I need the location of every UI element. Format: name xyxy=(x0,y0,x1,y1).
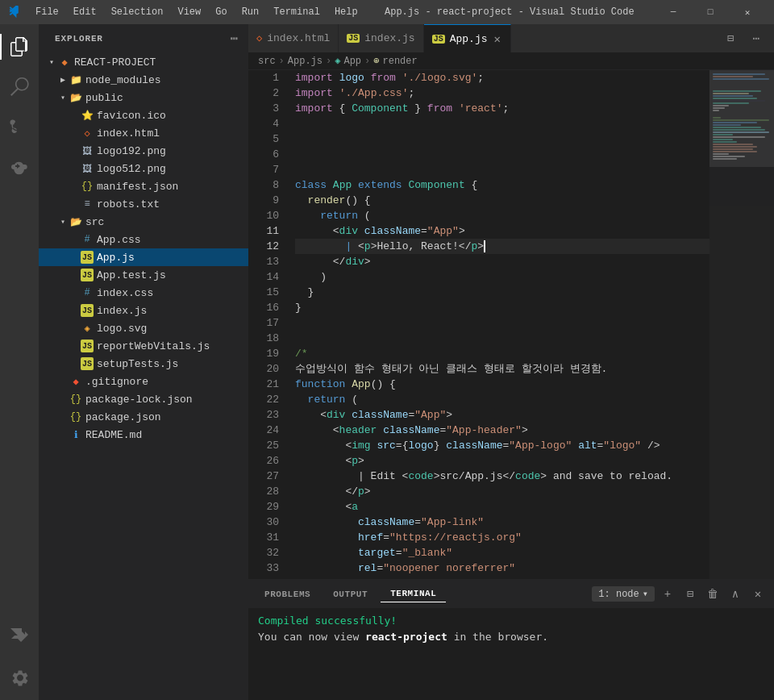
sidebar-item-gitignore[interactable]: ▶ ◆ .gitignore xyxy=(39,373,248,390)
code-line-14: ) xyxy=(295,269,710,285)
bc-app-js[interactable]: App.js xyxy=(288,56,322,67)
bc-sep-3: › xyxy=(364,56,370,67)
tab-close-icon[interactable]: ✕ xyxy=(493,31,502,47)
project-icon: ◆ xyxy=(58,56,71,69)
ln-5: 5 xyxy=(248,131,279,147)
ln-20: 20 xyxy=(248,361,279,377)
app-icon xyxy=(8,6,21,19)
sidebar-item-readme[interactable]: ▶ ℹ README.md xyxy=(39,426,248,444)
sidebar-item-favicon[interactable]: ▶ ⭐ favicon.ico xyxy=(39,106,248,124)
folder-icon: 📁 xyxy=(69,73,82,86)
sidebar-item-logo192[interactable]: ▶ 🖼 logo192.png xyxy=(39,142,248,160)
explorer-icon[interactable] xyxy=(0,27,39,66)
sidebar-header: Explorer ⋯ xyxy=(39,24,248,53)
minimap-slider[interactable] xyxy=(710,70,774,167)
ln-9: 9 xyxy=(248,193,279,208)
sidebar-more-icon[interactable]: ⋯ xyxy=(230,31,239,47)
sidebar-item-reportwebvitals[interactable]: ▶ JS reportWebVitals.js xyxy=(39,337,248,355)
tab-output[interactable]: OUTPUT xyxy=(323,586,377,602)
tab-index-js[interactable]: JS index.js xyxy=(339,24,423,52)
kill-terminal-icon[interactable]: 🗑 xyxy=(703,585,722,604)
split-editor-icon[interactable]: ⊟ xyxy=(719,27,742,50)
tab-index-html[interactable]: ◇ index.html xyxy=(248,24,339,52)
minimize-button[interactable]: ─ xyxy=(655,0,692,24)
code-line-13: </div> xyxy=(295,254,710,269)
menu-go[interactable]: Go xyxy=(209,5,233,19)
sidebar-item-app-css[interactable]: ▶ # App.css xyxy=(39,231,248,248)
sidebar-item-logo512[interactable]: ▶ 🖼 logo512.png xyxy=(39,160,248,177)
tab-app-js-icon: JS xyxy=(432,35,445,44)
package-json-label: package.json xyxy=(85,411,161,423)
menu-edit[interactable]: Edit xyxy=(67,5,103,19)
sidebar-item-src[interactable]: ▾ 📂 src xyxy=(39,213,248,231)
code-line-20: 수업방식이 함수 형태가 아닌 클래스 형태로 할것이라 변경함. xyxy=(295,361,710,377)
bc-render[interactable]: render xyxy=(383,56,418,67)
gitignore-icon: ◆ xyxy=(69,375,82,388)
editor-content[interactable]: 1 2 3 4 5 6 7 8 9 10 11 12 13 14 15 16 1 xyxy=(248,70,710,579)
ln-24: 24 xyxy=(248,423,279,438)
img-icon: 🖼 xyxy=(81,144,94,157)
menu-help[interactable]: Help xyxy=(328,5,364,19)
sidebar-item-node-modules[interactable]: ▶ 📁 node_modules xyxy=(39,71,248,89)
sidebar-item-setuptests[interactable]: ▶ JS setupTests.js xyxy=(39,355,248,373)
menu-selection[interactable]: Selection xyxy=(105,5,170,19)
source-control-icon[interactable] xyxy=(0,108,39,147)
sidebar-item-package-json[interactable]: ▶ {} package.json xyxy=(39,408,248,426)
file-tree: ▾ ◆ REACT-PROJECT ▶ 📁 node_modules ▾ 📂 p… xyxy=(39,53,248,700)
sidebar-item-app-test[interactable]: ▶ JS App.test.js xyxy=(39,266,248,284)
code-line-32: target="_blank" xyxy=(295,545,710,560)
menu-view[interactable]: View xyxy=(171,5,207,19)
bottom-panel: PROBLEMS OUTPUT TERMINAL 1: node ▾ + ⊟ 🗑… xyxy=(248,579,774,700)
sidebar-item-manifest[interactable]: ▶ {} manifest.json xyxy=(39,177,248,195)
logo-svg-label: logo.svg xyxy=(97,323,147,335)
src-folder-icon: 📂 xyxy=(69,215,82,228)
split-terminal-icon[interactable]: ⊟ xyxy=(680,585,700,604)
ln-11: 11 xyxy=(248,223,279,239)
tab-app-js[interactable]: JS App.js ✕ xyxy=(424,24,511,52)
project-root[interactable]: ▾ ◆ REACT-PROJECT xyxy=(39,53,248,71)
js-test-icon: JS xyxy=(81,269,94,281)
maximize-button[interactable]: □ xyxy=(692,0,729,24)
code-line-23: <div className="App"> xyxy=(295,407,710,423)
bc-src[interactable]: src xyxy=(258,56,276,67)
tab-problems[interactable]: PROBLEMS xyxy=(255,586,320,602)
close-panel-icon[interactable]: ✕ xyxy=(748,585,768,604)
code-line-8: class App extends Component { xyxy=(295,177,710,193)
menu-file[interactable]: File xyxy=(29,5,65,19)
settings-icon[interactable] xyxy=(0,658,39,697)
sidebar-item-app-js[interactable]: ▶ JS App.js xyxy=(39,248,248,266)
maximize-panel-icon[interactable]: ∧ xyxy=(726,585,745,604)
sidebar-item-index-js[interactable]: ▶ JS index.js xyxy=(39,302,248,319)
index-html-label: index.html xyxy=(97,127,160,140)
sidebar-item-public[interactable]: ▾ 📂 public xyxy=(39,89,248,106)
bc-app[interactable]: App xyxy=(343,56,361,67)
code-area[interactable]: import logo from './logo.svg'; import '.… xyxy=(289,70,710,579)
run-debug-icon[interactable] xyxy=(0,148,39,187)
setuptests-icon: JS xyxy=(81,357,94,370)
index-css-label: index.css xyxy=(97,287,153,299)
close-button[interactable]: ✕ xyxy=(729,0,766,24)
tabs-bar: ◇ index.html JS index.js JS App.js ✕ ⊟ ⋯ xyxy=(248,24,774,52)
tab-spacer xyxy=(511,24,713,52)
menu-run[interactable]: Run xyxy=(235,5,266,19)
sidebar-item-robots[interactable]: ▶ ≡ robots.txt xyxy=(39,195,248,213)
more-actions-icon[interactable]: ⋯ xyxy=(745,27,768,50)
terminal-dropdown[interactable]: 1: node ▾ xyxy=(592,586,655,602)
package-json-icon: {} xyxy=(69,410,82,423)
add-terminal-icon[interactable]: + xyxy=(658,585,677,604)
tab-app-js-label: App.js xyxy=(450,33,488,45)
sidebar-item-logo-svg[interactable]: ▶ ◈ logo.svg xyxy=(39,319,248,337)
sidebar-item-package-lock[interactable]: ▶ {} package-lock.json xyxy=(39,390,248,408)
ln-19: 19 xyxy=(248,346,279,361)
ln-4: 4 xyxy=(248,116,279,131)
sidebar-item-index-css[interactable]: ▶ # index.css xyxy=(39,284,248,302)
code-line-25: <img src={logo} className="App-logo" alt… xyxy=(295,438,710,453)
search-icon[interactable] xyxy=(0,68,39,106)
ln-10: 10 xyxy=(248,208,279,223)
code-line-30: className="App-link" xyxy=(295,515,710,530)
extensions-icon[interactable] xyxy=(0,618,39,656)
readme-label: README.md xyxy=(85,429,142,441)
menu-terminal[interactable]: Terminal xyxy=(267,5,327,19)
tab-terminal[interactable]: TERMINAL xyxy=(381,585,446,602)
sidebar-item-index-html[interactable]: ▶ ◇ index.html xyxy=(39,124,248,142)
